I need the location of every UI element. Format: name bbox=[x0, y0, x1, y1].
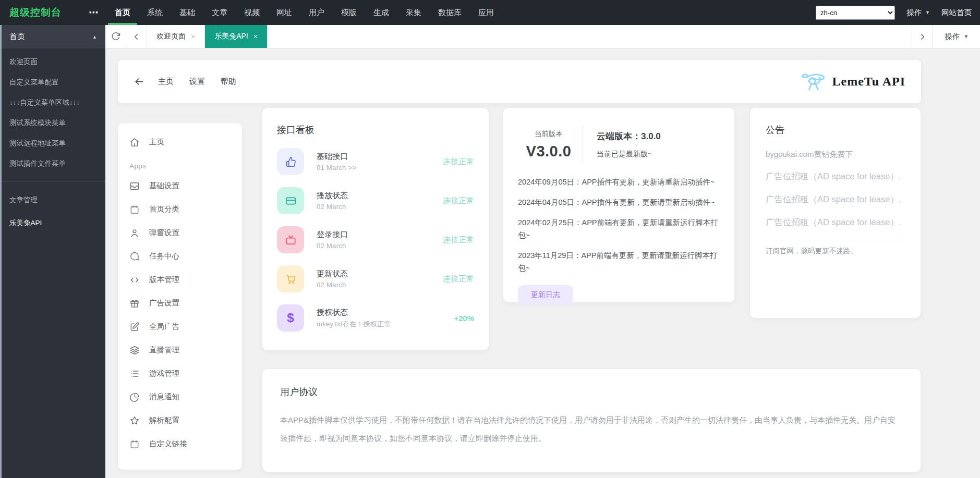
sidebar-divider bbox=[0, 181, 105, 181]
caret-down-icon: ▼ bbox=[925, 10, 930, 15]
tabs-scroll-left-button[interactable] bbox=[126, 25, 147, 48]
sidebar-item-test-remote-addr[interactable]: 测试远程地址菜单 bbox=[0, 133, 105, 153]
sidenav-item-home-category[interactable]: 首页分类 bbox=[118, 198, 242, 221]
back-arrow-button[interactable] bbox=[134, 76, 144, 87]
layers-icon bbox=[129, 345, 140, 356]
sidenav-item-home[interactable]: 主页 bbox=[118, 130, 242, 154]
tv-icon bbox=[285, 234, 297, 246]
sidebar-group-1: 欢迎页面 自定义菜单配置 ↓↓↓自定义菜单区域↓↓↓ 测试系统模块菜单 测试远程… bbox=[0, 48, 105, 177]
app-sidenav-card: 主页 Apps 基础设置 首页分类 弹窗设置 任务中心 bbox=[118, 123, 242, 470]
header-menu-help[interactable]: 帮助 bbox=[221, 77, 236, 87]
nav-item-collect[interactable]: 采集 bbox=[397, 0, 430, 25]
list-icon bbox=[129, 369, 140, 379]
top-nav-right: zh-cn 操作 ▼ 网站首页 bbox=[816, 6, 980, 20]
nav-item-database[interactable]: 数据库 bbox=[430, 0, 470, 25]
status-badge: 连接正常 bbox=[443, 157, 474, 167]
main-content: 主页 设置 帮助 LemeTu API 主页 Apps bbox=[105, 48, 980, 478]
nav-item-system[interactable]: 系统 bbox=[139, 0, 171, 25]
nav-item-url[interactable]: 网址 bbox=[268, 0, 300, 25]
header-menu-settings[interactable]: 设置 bbox=[189, 77, 205, 87]
sidenav-item-game-manage[interactable]: 游戏管理 bbox=[118, 362, 242, 385]
more-icon[interactable]: ⋯ bbox=[89, 10, 99, 15]
version-log-list: 2024年09月05日：APP插件有更新，更新请重新启动插件~ 2024年04月… bbox=[518, 176, 720, 274]
sidenav-item-popup-settings[interactable]: 弹窗设置 bbox=[118, 221, 242, 244]
dashboard-row-login-api[interactable]: 登录接口 02 March 连接正常 bbox=[277, 226, 474, 253]
agreement-body: 本APP&插件脚本仅供学习使用，不附带任何数据！请在当地法律允许的情况下使用，用… bbox=[280, 411, 903, 447]
sidenav-item-message-notify[interactable]: 消息通知 bbox=[118, 385, 242, 409]
sidebar-item-welcome[interactable]: 欢迎页面 bbox=[0, 52, 105, 72]
update-log-button[interactable]: 更新日志 bbox=[518, 285, 573, 305]
tab-bar: 欢迎页面 × 乐美兔API × 操作 ▼ bbox=[105, 25, 980, 48]
page-header-menu: 主页 设置 帮助 bbox=[158, 77, 236, 87]
app-logo[interactable]: 超级控制台 bbox=[0, 6, 89, 19]
tile: $ bbox=[277, 304, 304, 332]
code-icon bbox=[129, 275, 140, 285]
sidenav-item-parse-config[interactable]: 解析配置 bbox=[118, 409, 242, 432]
tabs-scroll-right-button[interactable] bbox=[912, 25, 933, 48]
sidebar-item-custom-menu-zone[interactable]: ↓↓↓自定义菜单区域↓↓↓ bbox=[0, 92, 105, 113]
header-menu-home[interactable]: 主页 bbox=[158, 77, 174, 87]
thumbs-up-icon bbox=[285, 156, 297, 168]
nav-item-video[interactable]: 视频 bbox=[236, 0, 268, 25]
site-home-link[interactable]: 网站首页 bbox=[941, 8, 972, 18]
close-icon[interactable]: × bbox=[253, 32, 258, 41]
nav-item-home[interactable]: 首页 bbox=[106, 0, 139, 25]
nav-item-template[interactable]: 模版 bbox=[333, 0, 365, 25]
dashboard-row-basic-api[interactable]: 基础接口 01 March >> 连接正常 bbox=[277, 148, 474, 175]
tab-lemetu-api[interactable]: 乐美兔API × bbox=[205, 25, 268, 48]
notice-footer: 订阅官网，源码更新不迷路。 bbox=[766, 247, 905, 256]
rabbit-logo-icon bbox=[799, 71, 827, 92]
sidenav-section-label: Apps bbox=[118, 154, 242, 174]
status-badge: 连接正常 bbox=[443, 196, 474, 206]
page-header-card: 主页 设置 帮助 LemeTu API bbox=[118, 60, 921, 103]
calendar-icon bbox=[129, 439, 140, 449]
nav-item-basic[interactable]: 基础 bbox=[171, 0, 203, 25]
status-badge: 连接正常 bbox=[443, 235, 474, 245]
dollar-icon: $ bbox=[287, 312, 294, 324]
chevron-right-icon bbox=[918, 32, 927, 41]
nav-action-dropdown[interactable]: 操作 ▼ bbox=[906, 8, 930, 18]
refresh-icon bbox=[111, 32, 120, 41]
tab-action-dropdown[interactable]: 操作 ▼ bbox=[933, 25, 980, 48]
sidebar-item-test-plugin-file[interactable]: 测试插件文件菜单 bbox=[0, 153, 105, 174]
notice-item: 广告位招租（AD space for lease）. bbox=[766, 170, 905, 182]
tab-welcome-page[interactable]: 欢迎页面 × bbox=[147, 25, 205, 48]
sidebar-item-lemetu-api[interactable]: 乐美兔API bbox=[0, 212, 105, 235]
dashboard-row-license-status[interactable]: $ 授权状态 mkey.txt存在！授权正常 +20% bbox=[277, 304, 474, 332]
api-dashboard-card: 接口看板 基础接口 01 March >> 连接正常 播放状态 02 Mar bbox=[262, 108, 489, 350]
vertical-divider bbox=[583, 126, 583, 163]
close-icon[interactable]: × bbox=[191, 32, 195, 41]
sidenav-item-version-manage[interactable]: 版本管理 bbox=[118, 268, 242, 291]
tile bbox=[277, 187, 304, 214]
refresh-button[interactable] bbox=[105, 25, 126, 48]
language-select[interactable]: zh-cn bbox=[816, 6, 895, 20]
caret-down-icon: ▼ bbox=[964, 34, 969, 39]
sidenav-item-task-center[interactable]: 任务中心 bbox=[118, 244, 242, 268]
dashboard-row-update-status[interactable]: 更新状态 02 March 连接正常 bbox=[277, 265, 474, 292]
sidebar-item-article-manage[interactable]: 文章管理 bbox=[0, 189, 105, 212]
cloud-version-line: 云端版本：3.0.0 bbox=[597, 130, 661, 142]
nav-item-user[interactable]: 用户 bbox=[300, 0, 333, 25]
sidenav-item-basic-settings[interactable]: 基础设置 bbox=[118, 174, 242, 198]
nav-item-generate[interactable]: 生成 bbox=[365, 0, 397, 25]
sidebar-item-test-system-module[interactable]: 测试系统模块菜单 bbox=[0, 113, 105, 133]
brand-name: LemeTu API bbox=[832, 75, 905, 89]
home-icon bbox=[129, 137, 140, 148]
brand-area: LemeTu API bbox=[799, 71, 905, 92]
cloud-version-block: 云端版本：3.0.0 当前已是最新版~ bbox=[597, 130, 661, 159]
nav-item-app[interactable]: 应用 bbox=[470, 0, 502, 25]
sidenav-item-custom-link[interactable]: 自定义链接 bbox=[118, 432, 242, 456]
calendar-icon bbox=[129, 204, 140, 215]
version-log-entry: 2024年09月05日：APP插件有更新，更新请重新启动插件~ bbox=[518, 176, 720, 188]
top-nav-bar: 超级控制台 ⋯ 首页 系统 基础 文章 视频 网址 用户 模版 生成 采集 数据… bbox=[0, 0, 980, 25]
dashboard-row-play-status[interactable]: 播放状态 02 March 连接正常 bbox=[277, 187, 474, 214]
nav-item-article[interactable]: 文章 bbox=[203, 0, 236, 25]
sidenav-item-global-ad[interactable]: 全局广告 bbox=[118, 315, 242, 338]
agreement-title: 用户协议 bbox=[280, 386, 903, 398]
sidenav-item-live-manage[interactable]: 直播管理 bbox=[118, 338, 242, 362]
sidenav-item-ad-settings[interactable]: 广告设置 bbox=[118, 291, 242, 315]
sidebar-item-custom-menu-config[interactable]: 自定义菜单配置 bbox=[0, 72, 105, 92]
status-badge: +20% bbox=[454, 314, 474, 323]
version-header: 当前版本 V3.0.0 云端版本：3.0.0 当前已是最新版~ bbox=[518, 126, 720, 163]
sidebar-group-header[interactable]: 首页 ▲ bbox=[0, 25, 105, 48]
